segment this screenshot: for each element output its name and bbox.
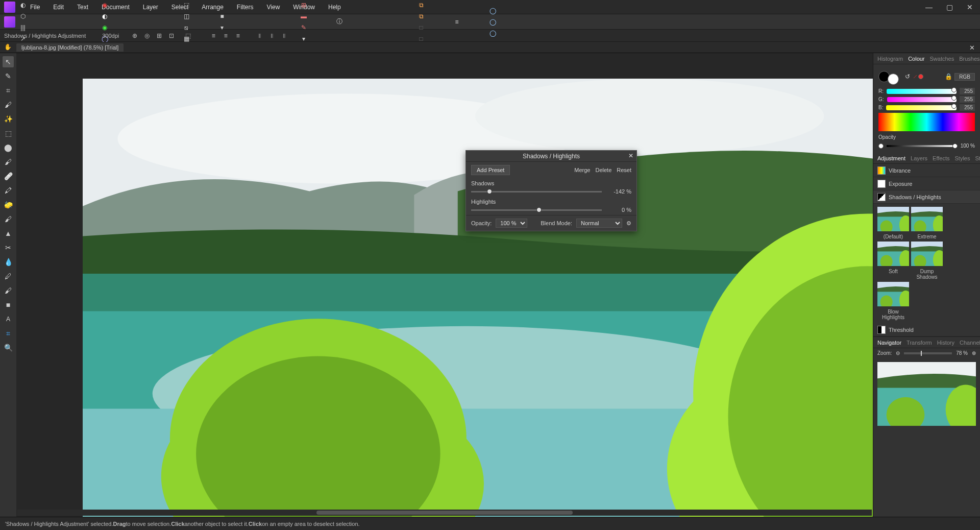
tool-button[interactable]: ⬤ xyxy=(3,142,14,153)
align-icon[interactable]: ≡ xyxy=(221,31,230,40)
minimize-button[interactable]: — xyxy=(919,0,939,14)
panel-tab[interactable]: Effects xyxy=(933,155,949,161)
document-tab[interactable]: ljubljana-8.jpg [Modified] (78.5%) [Tria… xyxy=(16,43,124,52)
tool-button[interactable]: A xyxy=(3,314,14,325)
align-icon[interactable]: ≡ xyxy=(233,31,242,40)
tool-button[interactable]: ⌗ xyxy=(3,328,14,339)
tool-button[interactable]: ■ xyxy=(3,299,14,310)
g-slider[interactable] xyxy=(887,97,957,102)
colour-mode-select[interactable]: RGB xyxy=(954,73,975,81)
adjustment-item[interactable]: Vibrance xyxy=(873,164,980,177)
b-slider[interactable] xyxy=(886,105,957,110)
snap-icon[interactable]: ⊞ xyxy=(155,31,164,40)
lock-icon[interactable]: 🔒 xyxy=(945,73,952,80)
panel-tab[interactable]: Navigator xyxy=(877,340,901,346)
adjustment-item[interactable]: Exposure xyxy=(873,177,980,190)
tool-button[interactable]: 🖌 xyxy=(3,156,14,167)
toolbar-icon[interactable]: ◐ xyxy=(99,11,110,22)
toolbar-icon[interactable]: ◐ xyxy=(17,0,29,11)
tool-button[interactable]: ⌗ xyxy=(3,85,14,96)
gear-icon[interactable]: ⚙ xyxy=(626,220,631,227)
menu-edit[interactable]: Edit xyxy=(46,4,70,11)
eyedropper-icon[interactable]: ⟋ xyxy=(912,73,918,80)
menu-help[interactable]: Help xyxy=(322,4,348,11)
zoom-out-button[interactable]: ⊖ xyxy=(896,350,900,356)
panel-tab[interactable]: History xyxy=(937,340,954,346)
tool-button[interactable]: 🖌 xyxy=(3,285,14,296)
menu-text[interactable]: Text xyxy=(70,4,95,11)
b-value[interactable]: 255 xyxy=(960,104,975,111)
menu-filters[interactable]: Filters xyxy=(230,4,260,11)
delete-button[interactable]: Delete xyxy=(595,167,611,173)
panel-tab[interactable]: Histogram xyxy=(877,56,903,62)
toolbar-icon[interactable]: ▬ xyxy=(298,11,309,22)
blend-mode-select[interactable]: Normal xyxy=(576,219,622,228)
preset-thumbnail[interactable]: Extreme xyxy=(911,207,943,239)
preset-thumbnail[interactable]: (Default) xyxy=(877,207,909,239)
panel-tab[interactable]: Colour xyxy=(908,56,924,62)
tool-button[interactable]: ↖ xyxy=(3,56,14,67)
r-value[interactable]: 255 xyxy=(960,88,975,94)
navigator-thumbnail[interactable] xyxy=(877,362,976,426)
add-preset-button[interactable]: Add Preset xyxy=(471,165,510,175)
toolbar-icon[interactable]: ◉ xyxy=(99,22,110,33)
toolbar-icon[interactable]: ⊞ xyxy=(298,0,309,11)
panel-tab[interactable]: Swatches xyxy=(930,56,954,62)
tab-close-icon[interactable]: ✕ xyxy=(969,44,975,52)
hand-tool-icon[interactable]: ✋ xyxy=(4,43,12,51)
background-swatch[interactable] xyxy=(888,74,899,85)
maximize-button[interactable]: ▢ xyxy=(939,0,960,14)
tool-button[interactable]: 🖊 xyxy=(3,271,14,282)
align-icon[interactable]: ≡ xyxy=(209,31,218,40)
toolbar-icon[interactable]: □ xyxy=(415,22,427,33)
tool-button[interactable]: 🖍 xyxy=(3,185,14,196)
panel-tab[interactable]: Adjustment xyxy=(877,155,905,161)
panel-tab[interactable]: Brushes xyxy=(959,56,979,62)
adjustment-item[interactable]: Threshold xyxy=(873,323,980,336)
opacity-value[interactable]: 100 % xyxy=(961,143,975,149)
colour-spectrum[interactable] xyxy=(878,113,975,131)
toolbar-icon[interactable]: ||| xyxy=(17,22,29,33)
snap-icon[interactable]: ⊡ xyxy=(167,31,176,40)
tool-button[interactable]: ✂ xyxy=(3,242,14,253)
tool-button[interactable]: 🩹 xyxy=(3,171,14,182)
preset-thumbnail[interactable]: Soft xyxy=(877,242,909,280)
toolbar-icon[interactable]: ⬡ xyxy=(17,11,29,22)
opacity-slider[interactable] xyxy=(887,145,958,147)
tool-button[interactable]: 🔍 xyxy=(3,342,14,353)
highlights-slider[interactable] xyxy=(471,209,602,211)
toolbar-icon[interactable]: ✎ xyxy=(298,22,309,33)
toolbar-icon[interactable]: ◉ xyxy=(99,0,110,11)
reset-button[interactable]: Reset xyxy=(617,167,631,173)
panel-tab[interactable]: Channels xyxy=(960,340,980,346)
toolbar-icon[interactable]: ◫ xyxy=(181,11,192,22)
toolbar-icon[interactable]: ⓘ xyxy=(334,16,345,28)
dialog-title-bar[interactable]: Shadows / Highlights ✕ xyxy=(466,151,636,162)
toolbar-icon[interactable]: ◯ xyxy=(487,5,498,16)
tool-button[interactable]: 💧 xyxy=(3,256,14,268)
preset-thumbnail[interactable]: Dump Shadows xyxy=(911,242,943,280)
toolbar-icon[interactable]: ≡ xyxy=(451,16,462,28)
panel-tab[interactable]: Transform xyxy=(906,340,932,346)
panel-tab[interactable]: Styles xyxy=(955,155,970,161)
toolbar-icon[interactable]: ◯ xyxy=(487,16,498,28)
toolbar-icon[interactable]: ⧉ xyxy=(415,0,427,11)
close-button[interactable]: ✕ xyxy=(960,0,980,14)
tool-button[interactable]: 🖌 xyxy=(3,213,14,225)
r-slider[interactable] xyxy=(887,89,957,94)
tool-button[interactable]: ▲ xyxy=(3,228,14,239)
tool-button[interactable]: 🧽 xyxy=(3,199,14,210)
tool-button[interactable]: ⬚ xyxy=(3,128,14,139)
toolbar-icon[interactable]: ■ xyxy=(216,11,228,22)
panel-tab[interactable]: Layers xyxy=(911,155,927,161)
adjustment-item[interactable]: Shadows / Highlights xyxy=(873,190,980,204)
g-value[interactable]: 255 xyxy=(960,96,975,103)
toolbar-icon[interactable]: ◯ xyxy=(487,28,498,39)
menu-view[interactable]: View xyxy=(260,4,287,11)
toolbar-icon[interactable]: ⧉ xyxy=(415,11,427,22)
menu-layer[interactable]: Layer xyxy=(136,4,165,11)
menu-arrange[interactable]: Arrange xyxy=(195,4,230,11)
shadows-highlights-dialog[interactable]: Shadows / Highlights ✕ Add Preset Merge … xyxy=(465,150,637,231)
distribute-icon[interactable]: ⫴ xyxy=(255,31,264,40)
tool-button[interactable]: ✎ xyxy=(3,70,14,82)
